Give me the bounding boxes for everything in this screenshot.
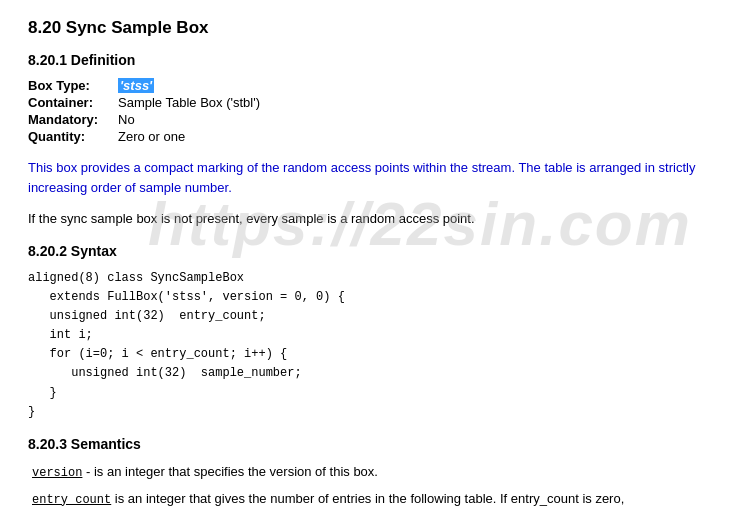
def-label-quantity: Quantity: [28, 129, 118, 144]
subsection-title-syntax: 8.20.2 Syntax [28, 243, 724, 259]
code-line-5: unsigned int(32) sample_number; [28, 364, 724, 383]
def-value-boxtype: 'stss' [118, 78, 154, 93]
def-value-mandatory: No [118, 112, 135, 127]
code-line-1: extends FullBox('stss', version = 0, 0) … [28, 288, 724, 307]
section-title: 8.20 Sync Sample Box [28, 18, 724, 38]
def-value-container: Sample Table Box ('stbl') [118, 95, 260, 110]
code-block: aligned(8) class SyncSampleBox extends F… [28, 269, 724, 423]
sem-desc-entrycount: is an integer that gives the number of e… [111, 491, 624, 506]
def-row-mandatory: Mandatory: No [28, 112, 724, 127]
code-line-0: aligned(8) class SyncSampleBox [28, 269, 724, 288]
def-label-boxtype: Box Type: [28, 78, 118, 93]
subsection-title-definition: 8.20.1 Definition [28, 52, 724, 68]
def-row-quantity: Quantity: Zero or one [28, 129, 724, 144]
code-line-3: int i; [28, 326, 724, 345]
semantics-entry-entrycount: entry_count is an integer that gives the… [28, 489, 724, 512]
sem-desc-version: - is an integer that specifies the versi… [82, 464, 378, 479]
stss-highlight: 'stss' [118, 78, 154, 93]
code-line-2: unsigned int(32) entry_count; [28, 307, 724, 326]
subsection-title-semantics: 8.20.3 Semantics [28, 436, 724, 452]
sem-term-entrycount: entry_count [32, 493, 111, 507]
def-label-mandatory: Mandatory: [28, 112, 118, 127]
page-content: https://22sin.com 8.20 Sync Sample Box 8… [28, 18, 724, 512]
description-plain: If the sync sample box is not present, e… [28, 209, 724, 229]
code-line-4: for (i=0; i < entry_count; i++) { [28, 345, 724, 364]
code-line-6: } [28, 384, 724, 403]
def-value-quantity: Zero or one [118, 129, 185, 144]
def-label-container: Container: [28, 95, 118, 110]
semantics-section: version - is an integer that specifies t… [28, 462, 724, 512]
description-blue: This box provides a compact marking of t… [28, 158, 724, 197]
sem-term-version: version [32, 466, 82, 480]
semantics-entry-version: version - is an integer that specifies t… [28, 462, 724, 483]
code-line-7: } [28, 403, 724, 422]
def-row-boxtype: Box Type: 'stss' [28, 78, 724, 93]
def-row-container: Container: Sample Table Box ('stbl') [28, 95, 724, 110]
definition-table: Box Type: 'stss' Container: Sample Table… [28, 78, 724, 144]
